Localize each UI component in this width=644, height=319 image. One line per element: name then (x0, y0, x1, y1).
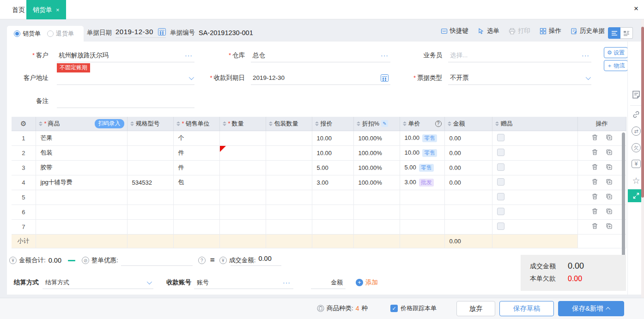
cancel-button[interactable]: 放弃 (456, 301, 495, 316)
amount-header[interactable]: 金额 (444, 117, 492, 131)
price-cell[interactable]: 10.00零售 (400, 131, 444, 145)
quote-cell[interactable] (312, 205, 353, 219)
unit-cell[interactable]: 包 (173, 175, 219, 190)
window-scrollbar-thumb[interactable] (641, 27, 644, 198)
unit-cell[interactable]: 件 (173, 160, 219, 175)
customer-more-icon[interactable]: ··· (185, 52, 193, 59)
quote-cell[interactable]: 3.00 (312, 175, 353, 190)
copy-row-button[interactable] (602, 178, 616, 187)
gift-checkbox[interactable] (497, 178, 504, 186)
amount-cell[interactable]: 0.00 (444, 175, 492, 190)
qty-header[interactable]: 数量 (219, 117, 266, 131)
price-cell[interactable]: 3.00批发 (400, 175, 444, 190)
discount-cell[interactable]: 100.00% (353, 160, 400, 175)
amount-cell[interactable] (444, 190, 492, 205)
save-draft-button[interactable]: 保存草稿 (499, 301, 554, 316)
save-and-new-button[interactable]: 保存&新增 (558, 301, 624, 316)
quote-cell[interactable] (312, 219, 353, 234)
amount-cell[interactable]: 0.00 (444, 145, 492, 160)
gift-checkbox[interactable] (497, 149, 504, 156)
logistics-button[interactable]: ＋ 物流 (604, 60, 628, 71)
add-payment-button[interactable]: + 添加 (356, 278, 378, 287)
qty-cell-flagged[interactable] (219, 145, 266, 160)
pkg-qty-cell[interactable] (266, 160, 312, 175)
price-cell[interactable]: 10.00零售 (400, 145, 444, 160)
qty-cell[interactable] (219, 219, 266, 234)
delete-row-button[interactable] (588, 223, 602, 231)
delete-row-button[interactable] (588, 134, 602, 142)
spec-cell[interactable] (127, 160, 173, 175)
quote-cell[interactable]: 10.00 (312, 131, 353, 145)
product-cell[interactable] (36, 219, 127, 234)
amount-cell[interactable]: 0.00 (444, 160, 492, 175)
product-cell[interactable]: 胶带 (36, 160, 127, 175)
spec-cell[interactable]: 534532 (127, 175, 173, 190)
gift-checkbox[interactable] (497, 134, 504, 141)
discount-cell[interactable]: 100.00% (353, 175, 400, 190)
delete-row-button[interactable] (588, 193, 602, 201)
chevron-down-icon[interactable] (586, 74, 591, 79)
product-cell[interactable]: 包装 (36, 145, 127, 160)
discount-cell[interactable] (353, 205, 400, 219)
print-button[interactable]: 打印 (509, 27, 530, 35)
settle-method-select[interactable]: 结算方式 (43, 276, 153, 289)
discount-cell[interactable]: 100.00% (353, 145, 400, 160)
spec-cell[interactable] (127, 145, 173, 160)
table-scrollbar[interactable] (622, 132, 625, 258)
sort-icon[interactable] (269, 121, 273, 126)
pkg-qty-cell[interactable] (266, 131, 312, 145)
price-track-checkbox[interactable]: ✓ 价格跟踪本单 (390, 304, 437, 313)
window-close-icon[interactable]: × (634, 4, 638, 13)
salesman-input[interactable]: 选择... ··· (448, 48, 591, 62)
radio-return-order[interactable]: 退货单 (47, 30, 74, 38)
product-header[interactable]: 商品扫码录入 (36, 117, 127, 131)
edit-icon[interactable]: ✎ (381, 120, 388, 127)
price-cell[interactable] (400, 190, 444, 205)
spec-cell[interactable] (127, 205, 173, 219)
settings-button[interactable]: ⚙ 设置 (604, 47, 628, 58)
help-circle-icon[interactable]: ? (198, 257, 206, 264)
pkg-qty-header[interactable]: 包装数量 (266, 117, 312, 131)
address-input[interactable] (57, 71, 194, 85)
product-cell[interactable]: jpg十辅导费 (36, 175, 127, 190)
help-icon[interactable]: ? (435, 120, 442, 127)
hotkey-button[interactable]: 快捷键 (441, 27, 469, 35)
copy-row-button[interactable] (602, 134, 616, 142)
account-input[interactable]: 账号 ··· (194, 276, 293, 289)
amount-cell[interactable] (444, 219, 492, 234)
spec-header[interactable]: 规格型号 (127, 117, 173, 131)
quote-cell[interactable] (312, 190, 353, 205)
sort-icon[interactable] (130, 121, 134, 126)
delete-row-button[interactable] (588, 178, 602, 187)
amount-cell[interactable] (444, 205, 492, 219)
sort-icon[interactable] (448, 121, 451, 126)
due-date-input[interactable]: 2019-12-30 (251, 71, 390, 85)
remark-input[interactable] (57, 94, 194, 108)
warehouse-input[interactable]: 总仓 ··· (251, 48, 390, 62)
discount-cell[interactable]: 100.00% (353, 131, 400, 145)
calendar-icon[interactable] (158, 28, 166, 36)
copy-row-button[interactable] (602, 208, 616, 216)
product-cell[interactable] (36, 205, 127, 219)
sort-icon[interactable] (403, 121, 407, 126)
qty-cell[interactable] (219, 175, 266, 190)
sort-icon[interactable] (495, 121, 499, 126)
delete-row-button[interactable] (588, 149, 602, 157)
gift-checkbox[interactable] (497, 208, 504, 215)
spec-cell[interactable] (127, 219, 173, 234)
pkg-qty-cell[interactable] (266, 205, 312, 219)
unit-cell[interactable]: 个 (173, 131, 219, 145)
quote-cell[interactable]: 5.00 (312, 160, 353, 175)
unit-cell[interactable]: 件 (173, 145, 219, 160)
unit-cell[interactable] (173, 219, 219, 234)
spec-cell[interactable] (127, 190, 173, 205)
gift-header[interactable]: 赠品 (492, 117, 577, 131)
copy-row-button[interactable] (602, 193, 616, 201)
discount-cell[interactable] (353, 219, 400, 234)
qty-cell[interactable] (219, 131, 266, 145)
tab-close-icon[interactable]: × (56, 6, 60, 13)
sort-icon[interactable] (357, 121, 360, 126)
copy-row-button[interactable] (602, 163, 616, 172)
history-button[interactable]: 历史单据 (571, 27, 605, 35)
unit-cell[interactable] (173, 205, 219, 219)
